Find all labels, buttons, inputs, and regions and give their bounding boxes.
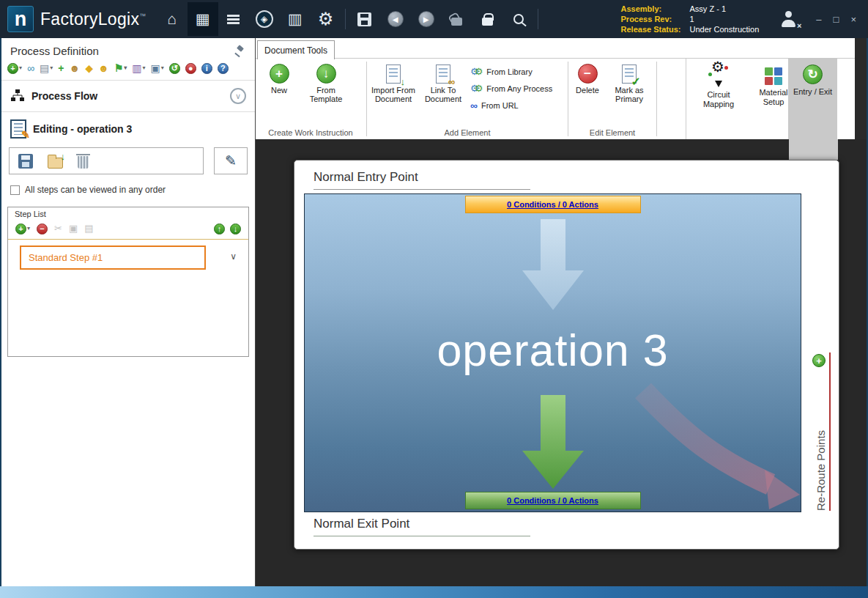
release-status-label: Release Status: <box>621 24 686 34</box>
flow-canvas: Normal Entry Point <box>256 139 867 586</box>
process-definition-panel: Process Definition +▾ ∞ ▤▾ + ☻ ◆ ☻ ⚑▾ ▥▾… <box>1 38 256 586</box>
reroute-points-header: Re-Route Points <box>809 352 831 511</box>
forward-icon: ▶ <box>418 11 434 27</box>
reroute-arrowhead <box>765 470 800 509</box>
gears-icon: ⚙⚙ <box>470 83 483 94</box>
help-button[interactable]: ? <box>218 63 229 74</box>
circuit-mapping-button[interactable]: ⚙ Circuit Mapping <box>691 59 746 139</box>
separator <box>568 62 568 136</box>
entry-conditions-banner[interactable]: 0 Conditions / 0 Actions <box>465 196 641 213</box>
pin-icon[interactable] <box>234 45 245 56</box>
import-from-document-button[interactable]: ↓ Import From Document <box>368 59 419 128</box>
copy-process-button[interactable]: ▣▾ <box>151 62 164 74</box>
sync-button[interactable]: ↺ <box>169 63 180 74</box>
hierarchy-icon <box>10 89 25 103</box>
flag-button[interactable]: ⚑▾ <box>114 62 127 74</box>
record-button[interactable]: ● <box>185 63 196 74</box>
assembly-value: Assy Z - 1 <box>690 4 760 14</box>
app-logo: n <box>7 6 34 32</box>
forward-button[interactable]: ▶ <box>411 2 442 36</box>
work-instructions-icon: ▦ <box>196 10 210 28</box>
tab-document-tools[interactable]: Document Tools <box>257 40 335 59</box>
from-template-button[interactable]: ↓ From Template <box>303 59 349 128</box>
exit-conditions-banner[interactable]: 0 Conditions / 0 Actions <box>465 492 641 509</box>
delete-step-icon[interactable] <box>78 156 89 169</box>
delete-element-button[interactable]: − Delete <box>569 59 606 128</box>
document-check-icon: ✓ <box>622 64 637 84</box>
edit-work-instruction-button[interactable]: ✎ <box>214 147 248 174</box>
maximize-button[interactable]: □ <box>834 14 839 25</box>
print-button[interactable]: ▤▾ <box>40 62 53 74</box>
assembly-info: Assembly: Assy Z - 1 Process Rev: 1 Rele… <box>621 4 760 34</box>
operation-title: operation 3 <box>305 325 801 376</box>
order-option-row: All steps can be viewed in any order <box>1 174 255 199</box>
order-checkbox-label: All steps can be viewed in any order <box>25 185 166 195</box>
copy-step-button[interactable]: ▣ <box>69 223 78 235</box>
ribbon: Document Tools + New ↓ From Template <box>256 38 855 139</box>
save-icon <box>357 12 371 26</box>
from-url-button[interactable]: ∞ From URL <box>470 97 560 113</box>
delete-minus-icon: − <box>578 64 598 84</box>
info-button[interactable]: i <box>201 63 212 74</box>
save-button[interactable] <box>349 2 380 36</box>
entry-exit-button[interactable]: ↻ Entry / Exit <box>788 59 837 139</box>
step-dropdown-chevron[interactable]: ∨ <box>230 251 237 262</box>
unlock-button[interactable] <box>442 2 472 36</box>
news-button[interactable]: ▥ <box>280 2 311 36</box>
from-any-process-button[interactable]: ⚙⚙ From Any Process <box>470 81 560 96</box>
work-instructions-button[interactable]: ▦ <box>188 2 218 36</box>
bottom-status-strip <box>0 586 868 598</box>
circuit-mapping-icon: ⚙ <box>708 64 729 87</box>
process-rev-label: Process Rev: <box>621 14 686 24</box>
arrange-button[interactable]: + <box>58 62 64 74</box>
editing-doc-icon: ✎ <box>10 119 26 139</box>
back-icon: ◀ <box>387 11 404 27</box>
step-list-item[interactable]: Standard Step #1 <box>20 246 206 270</box>
document-link-icon: ∞ <box>436 64 450 84</box>
cut-step-button[interactable]: ✂ <box>54 223 62 235</box>
paste-step-button[interactable]: ▤ <box>84 223 93 235</box>
navigator-button[interactable]: ◈ <box>249 2 280 36</box>
add-process-button[interactable]: +▾ <box>7 62 22 74</box>
back-button[interactable]: ◀ <box>380 2 411 36</box>
mark-as-primary-button[interactable]: ✓ Mark as Primary <box>606 59 653 128</box>
layers-button[interactable]: ▥▾ <box>132 62 145 74</box>
tab-label: Document Tools <box>264 45 327 56</box>
home-button[interactable]: ⌂ <box>157 2 188 36</box>
sample-button[interactable]: ◆ <box>85 62 93 74</box>
production-button[interactable] <box>218 2 249 36</box>
move-step-down-button[interactable]: ↓ <box>230 224 241 235</box>
close-button[interactable]: × <box>850 14 856 25</box>
process-search-button[interactable] <box>503 2 534 36</box>
order-checkbox[interactable] <box>10 185 20 195</box>
move-step-up-button[interactable]: ↑ <box>214 224 225 235</box>
process-flow-header: Process Flow ∨ <box>1 81 255 112</box>
reroute-arrow <box>643 391 771 484</box>
link-to-document-button[interactable]: ∞ Link To Document <box>419 59 467 128</box>
add-step-button[interactable]: +▾ <box>15 223 30 235</box>
user-logout-button[interactable]: × <box>779 11 797 27</box>
collapse-button[interactable]: ∨ <box>230 88 246 104</box>
settings-button[interactable]: ⚙ <box>311 2 341 36</box>
gears-icon: ⚙⚙ <box>470 66 483 77</box>
step-list-title: Step List <box>15 210 46 218</box>
operator-button[interactable]: ☻ <box>98 62 109 74</box>
entry-arrow <box>522 219 584 310</box>
user-icon <box>779 11 797 27</box>
save-step-icon[interactable] <box>18 154 33 169</box>
link-button[interactable]: ∞ <box>27 62 34 74</box>
remove-step-button[interactable]: − <box>37 224 48 235</box>
new-button[interactable]: + New <box>256 59 303 128</box>
window-controls: – □ × <box>816 14 856 25</box>
process-flow-label: Process Flow <box>31 90 97 102</box>
lock-button[interactable] <box>472 2 503 36</box>
engineer-button[interactable]: ☻ <box>69 62 80 74</box>
step-label: Standard Step #1 <box>29 252 103 263</box>
import-step-icon[interactable]: ↓ <box>48 158 63 169</box>
minimize-button[interactable]: – <box>816 14 821 25</box>
main-area: Document Tools + New ↓ From Template <box>256 38 867 586</box>
main-toolbar: ⌂ ▦ ◈ ▥ ⚙ ◀ ▶ <box>157 0 542 38</box>
factorylogix-window: n FactoryLogix™ ⌂ ▦ ◈ ▥ ⚙ ◀ ▶ Assembly: … <box>0 0 868 598</box>
from-library-button[interactable]: ⚙⚙ From Library <box>470 64 560 79</box>
operation-node[interactable]: 0 Conditions / 0 Actions operation 3 0 C… <box>304 193 801 512</box>
